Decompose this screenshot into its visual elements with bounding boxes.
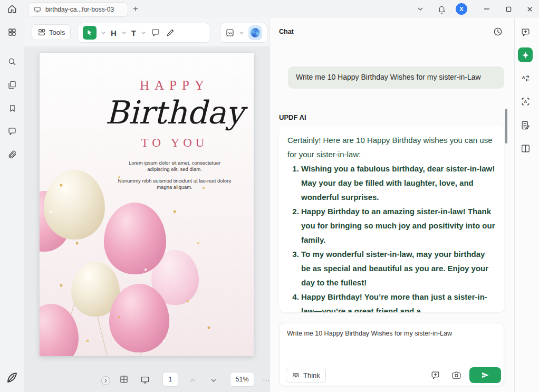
- toolbar: Tools H T: [24, 18, 270, 46]
- search-icon[interactable]: [5, 54, 20, 69]
- translate-icon[interactable]: A: [518, 71, 533, 85]
- screenshot-camera-icon[interactable]: [451, 370, 462, 381]
- confetti-dots: [40, 53, 41, 54]
- ai-summarize-icon[interactable]: [518, 118, 533, 132]
- annotation-tool-group: H T: [78, 23, 210, 43]
- list-item: Happy Birthday to an amazing sister-in-l…: [301, 204, 496, 247]
- ai-response-card: Certainly! Here are 10 Happy Birthday wi…: [279, 126, 504, 312]
- side-panel-layout-icon[interactable]: [518, 141, 533, 156]
- ai-wishes-list: Wishing you a fabulous birthday, dear si…: [287, 161, 496, 312]
- card-heading-bottom: TO YOU: [69, 136, 254, 150]
- ai-tool-group: [220, 23, 267, 43]
- ai-swirl-icon: [251, 28, 260, 37]
- maximize-button[interactable]: [503, 3, 514, 15]
- chat-input-card: Write me 10 Happy Birthday Wishes for my…: [279, 323, 504, 386]
- comment-tool-icon[interactable]: [150, 27, 161, 38]
- heading-tool-dropdown[interactable]: [121, 30, 127, 35]
- send-button[interactable]: [469, 367, 501, 383]
- right-sidebar: A A: [514, 18, 539, 392]
- select-tool-dropdown[interactable]: [101, 30, 106, 35]
- pdf-page[interactable]: HAPPY Birthday TO YOU Lorem ipsum dolor …: [40, 53, 254, 356]
- left-sidebar: [0, 18, 24, 392]
- apps-grid-icon[interactable]: [5, 25, 20, 40]
- new-chat-icon[interactable]: [430, 370, 441, 381]
- card-paragraph-1: Lorem ipsum dolor sit amet, consectetuer…: [118, 160, 232, 173]
- ai-assistant-active-icon[interactable]: [518, 47, 533, 62]
- titlebar: birthday-ca...for-boss-03 + X: [0, 0, 539, 18]
- zoom-level-value: 51%: [235, 376, 248, 383]
- chat-scrollbar[interactable]: [505, 109, 507, 144]
- list-item: To my wonderful sister-in-law, may your …: [301, 247, 496, 290]
- page-thumbnails-icon[interactable]: [5, 78, 20, 92]
- card-heading-top: HAPPY: [69, 78, 254, 93]
- bookmark-icon[interactable]: [5, 101, 20, 116]
- previous-page-chevron-icon[interactable]: [189, 377, 196, 384]
- ocr-text-recognition-icon[interactable]: A: [518, 94, 533, 109]
- chat-history-icon[interactable]: [493, 26, 504, 38]
- stamp-tool-dropdown[interactable]: [239, 30, 244, 35]
- card-paragraph-2: Nonummy nibh euismod tincidunt ut lao-re…: [118, 178, 232, 191]
- ai-assistant-tool-button[interactable]: [248, 25, 262, 40]
- think-label: Think: [303, 371, 320, 379]
- highlighter-tool-icon[interactable]: [165, 27, 176, 38]
- svg-text:A: A: [524, 99, 527, 104]
- expand-controls-button[interactable]: [101, 376, 110, 385]
- list-item: Happy Birthday! You’re more than just a …: [301, 290, 496, 312]
- notification-bell-icon[interactable]: [436, 3, 447, 15]
- tools-icon: [37, 28, 46, 36]
- tools-button[interactable]: Tools: [32, 24, 71, 40]
- tools-label: Tools: [49, 28, 65, 36]
- next-page-chevron-icon[interactable]: [210, 377, 217, 384]
- stamp-tool-icon[interactable]: [225, 27, 235, 38]
- balloon-cream-large: [44, 170, 105, 240]
- page-number-input[interactable]: 1: [162, 372, 178, 387]
- user-message-text: Write me 10 Happy Birthday Wishes for my…: [296, 73, 481, 81]
- user-message-bubble: Write me 10 Happy Birthday Wishes for my…: [288, 66, 504, 89]
- document-viewer: HAPPY Birthday TO YOU Lorem ipsum dolor …: [24, 46, 270, 392]
- ai-response-intro: Certainly! Here are 10 Happy Birthday wi…: [287, 133, 496, 161]
- page-number-value: 1: [169, 376, 172, 383]
- comments-icon[interactable]: [5, 124, 20, 139]
- tab-title: birthday-ca...for-boss-03: [45, 6, 114, 13]
- send-plane-icon: [481, 371, 489, 379]
- think-toggle-button[interactable]: Think: [286, 368, 326, 383]
- heading-tool-button[interactable]: H: [110, 28, 117, 37]
- card-heading-script: Birthday: [40, 94, 254, 131]
- home-icon[interactable]: [7, 4, 17, 14]
- more-controls-icon[interactable]: ⋯: [263, 376, 270, 384]
- chat-panel-title: Chat: [279, 28, 294, 35]
- text-tool-button[interactable]: T: [131, 28, 137, 37]
- attachment-paperclip-icon[interactable]: [5, 147, 20, 162]
- atom-icon: [292, 371, 300, 379]
- new-tab-button[interactable]: +: [130, 3, 141, 15]
- close-button[interactable]: [524, 3, 535, 15]
- list-item: Wishing you a fabulous birthday, dear si…: [301, 161, 496, 204]
- balloon-pink-bottom-left: [40, 304, 79, 356]
- zoom-level-control[interactable]: 51%: [230, 372, 254, 387]
- ai-chat-icon[interactable]: [518, 25, 533, 40]
- updf-logo: [6, 371, 18, 384]
- document-tab[interactable]: birthday-ca...for-boss-03: [28, 2, 128, 17]
- minimize-button[interactable]: [481, 3, 493, 15]
- reading-mode-icon[interactable]: [140, 375, 150, 385]
- chat-input-field[interactable]: Write me 10 Happy Birthday Wishes for my…: [280, 323, 504, 357]
- balloon-pink-bottom: [109, 284, 169, 352]
- chevron-down-icon[interactable]: [415, 3, 426, 15]
- updf-app-window: birthday-ca...for-boss-03 + X: [0, 0, 539, 392]
- svg-text:A: A: [522, 75, 525, 80]
- monitor-icon: [34, 6, 41, 13]
- text-tool-dropdown[interactable]: [141, 30, 146, 35]
- user-avatar[interactable]: X: [456, 3, 467, 15]
- thumbnail-grid-icon[interactable]: [119, 375, 129, 384]
- select-tool-button[interactable]: [83, 26, 97, 40]
- chat-panel: Chat Write me 10 Happy Birthday Wishes f…: [270, 18, 514, 392]
- ai-sender-name: UPDF AI: [279, 113, 306, 121]
